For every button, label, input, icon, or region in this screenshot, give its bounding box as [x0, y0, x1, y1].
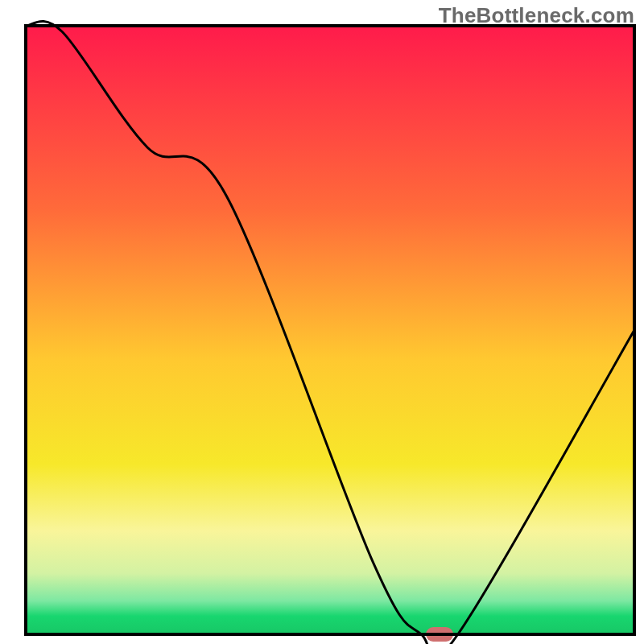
watermark-label: TheBottleneck.com	[439, 3, 634, 28]
chart-stage: TheBottleneck.com	[0, 0, 644, 644]
bottleneck-chart	[0, 0, 644, 644]
plot-background	[26, 26, 634, 634]
